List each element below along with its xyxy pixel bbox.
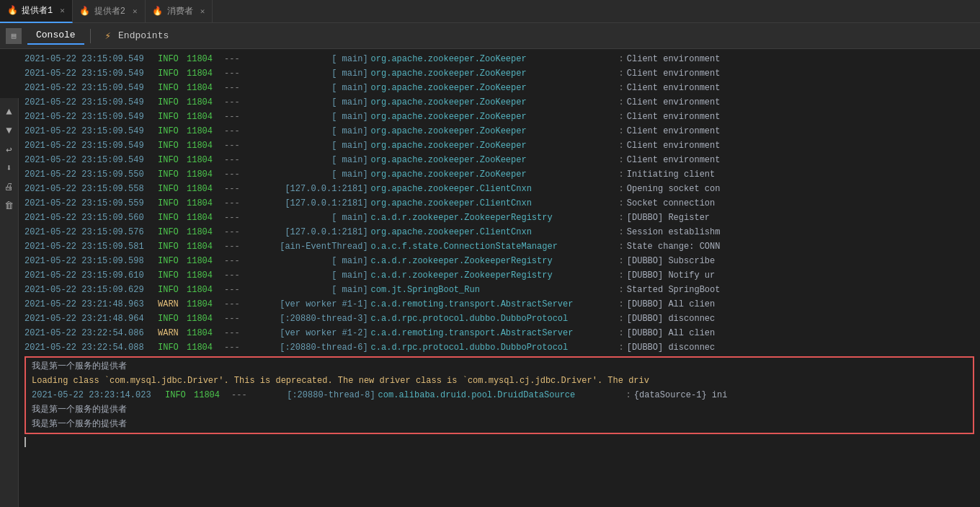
sep: --- [224, 168, 240, 181]
thread: [ main] [241, 67, 371, 80]
sep: --- [224, 110, 240, 123]
log-level: INFO [158, 211, 187, 224]
timestamp: 2021-05-22 23:15:09.581 [24, 240, 158, 253]
list-item: 2021-05-22 23:23:14.023 INFO 11804 --- [… [26, 388, 973, 402]
log-level: INFO [158, 182, 187, 195]
list-item: Loading class `com.mysql.jdbc.Driver'. T… [26, 374, 973, 388]
console-output[interactable]: 2021-05-22 23:15:09.549 INFO 11804 --- [… [19, 49, 980, 507]
classname: org.apache.zookeeper.ZooKeeper [371, 81, 616, 94]
highlighted-block: 我是第一个服务的提供者Loading class `com.mysql.jdbc… [24, 356, 974, 434]
colon: : [619, 269, 624, 282]
pid: 11804 [187, 154, 223, 167]
sep: --- [224, 298, 240, 311]
pid: 11804 [187, 67, 223, 80]
timestamp: 2021-05-22 23:21:48.963 [24, 298, 158, 311]
download-button[interactable]: ⬇ [1, 160, 17, 176]
thread: [:20880-thread-3] [241, 312, 371, 325]
classname: org.apache.zookeeper.ZooKeeper [371, 154, 616, 167]
timestamp: 2021-05-22 23:15:09.549 [24, 154, 158, 167]
provider1-icon: 🔥 [7, 6, 17, 16]
tab-consumer-close[interactable]: ✕ [200, 6, 205, 16]
side-buttons-panel: ▲ ▼ ↩ ⬇ 🖨 🗑 [0, 98, 19, 507]
log-level: INFO [158, 168, 187, 181]
timestamp: 2021-05-22 23:15:09.549 [24, 81, 158, 94]
toolbar-row: ▤ Console ⚡ Endpoints [0, 23, 980, 49]
table-row: 2021-05-22 23:22:54.088 INFO 11804 --- [… [19, 340, 980, 355]
colon: : [619, 110, 624, 123]
colon: : [619, 125, 624, 138]
timestamp: 2021-05-22 23:23:14.023 [32, 389, 165, 402]
thread: [ main] [241, 168, 371, 181]
classname: org.apache.zookeeper.ZooKeeper [371, 67, 616, 80]
tab-provider2-close[interactable]: ✕ [133, 6, 138, 16]
pid: 11804 [187, 139, 223, 152]
console-tab-label: Console [36, 30, 76, 40]
sep: --- [224, 67, 240, 80]
timestamp: 2021-05-22 23:15:09.610 [24, 269, 158, 282]
tab-provider2[interactable]: 🔥 提供者2 ✕ [73, 0, 146, 23]
thread: [ main] [241, 139, 371, 152]
timestamp: 2021-05-22 23:15:09.549 [24, 53, 158, 66]
sep: --- [224, 341, 240, 354]
sep: --- [224, 327, 240, 340]
table-row: 2021-05-22 23:15:09.549 INFO 11804 --- [… [19, 138, 980, 153]
log-level: WARN [158, 298, 187, 311]
pid: 11804 [187, 298, 223, 311]
pid: 11804 [187, 211, 223, 224]
thread: [127.0.0.1:2181] [241, 182, 371, 195]
thread: [ain-EventThread] [241, 240, 371, 253]
table-row: 2021-05-22 23:15:09.549 INFO 11804 --- [… [19, 110, 980, 124]
message: [DUBBO] disconnec [627, 312, 715, 325]
tab-provider1[interactable]: 🔥 提供者1 ✕ [0, 0, 73, 23]
tab-provider2-label: 提供者2 [94, 5, 125, 17]
print-button[interactable]: 🖨 [1, 179, 17, 195]
tab-endpoints[interactable]: ⚡ Endpoints [97, 27, 178, 45]
sep: --- [224, 154, 240, 167]
log-level: INFO [158, 255, 187, 268]
tab-console[interactable]: Console [27, 27, 84, 45]
pid: 11804 [187, 197, 223, 210]
colon: : [619, 139, 624, 152]
message: Session establishm [627, 226, 721, 239]
classname: org.apache.zookeeper.ZooKeeper [371, 139, 616, 152]
sep: --- [224, 96, 240, 109]
thread: [ main] [241, 269, 371, 282]
colon: : [619, 226, 624, 239]
colon: : [619, 283, 624, 296]
sep: --- [224, 240, 240, 253]
reset-button[interactable]: ↩ [1, 141, 17, 157]
classname: o.a.c.f.state.ConnectionStateManager [371, 240, 616, 253]
sep: --- [224, 125, 240, 138]
endpoints-tab-label: Endpoints [118, 30, 169, 41]
timestamp: 2021-05-22 23:15:09.558 [24, 182, 158, 195]
tab-provider1-close[interactable]: ✕ [60, 6, 65, 15]
log-level: INFO [158, 226, 187, 239]
classname: org.apache.zookeeper.ClientCnxn [371, 182, 616, 195]
thread: [ver worker #1-1] [241, 298, 371, 311]
classname: org.apache.zookeeper.ZooKeeper [371, 125, 616, 138]
timestamp: 2021-05-22 23:21:48.964 [24, 312, 158, 325]
chinese-message: 我是第一个服务的提供者 [32, 403, 127, 416]
scroll-down-button[interactable]: ▼ [1, 123, 17, 138]
message: Client environment [627, 96, 721, 109]
tab-bar: 🔥 提供者1 ✕ 🔥 提供者2 ✕ 🔥 消费者 ✕ [0, 0, 980, 23]
provider2-icon: 🔥 [80, 6, 90, 17]
tab-consumer[interactable]: 🔥 消费者 ✕ [146, 0, 213, 23]
thread: [ main] [241, 53, 371, 66]
message: [DUBBO] Register [627, 211, 710, 224]
timestamp: 2021-05-22 23:15:09.549 [24, 96, 158, 109]
scroll-up-button[interactable]: ▲ [1, 104, 17, 120]
timestamp: 2021-05-22 23:15:09.629 [24, 283, 158, 296]
chinese-message: 我是第一个服务的提供者 [32, 418, 127, 431]
table-row: 2021-05-22 23:21:48.963 WARN 11804 --- [… [19, 297, 980, 312]
table-row: 2021-05-22 23:15:09.558 INFO 11804 --- [… [19, 182, 980, 196]
log-level: INFO [158, 269, 187, 282]
sep: --- [224, 197, 240, 210]
log-level: INFO [158, 341, 187, 354]
colon: : [626, 389, 631, 402]
delete-button[interactable]: 🗑 [1, 198, 17, 213]
thread: [ main] [241, 283, 371, 296]
message: Socket connection [627, 197, 715, 210]
timestamp: 2021-05-22 23:15:09.549 [24, 125, 158, 138]
classname: com.alibaba.druid.pool.DruidDataSource [378, 389, 623, 402]
